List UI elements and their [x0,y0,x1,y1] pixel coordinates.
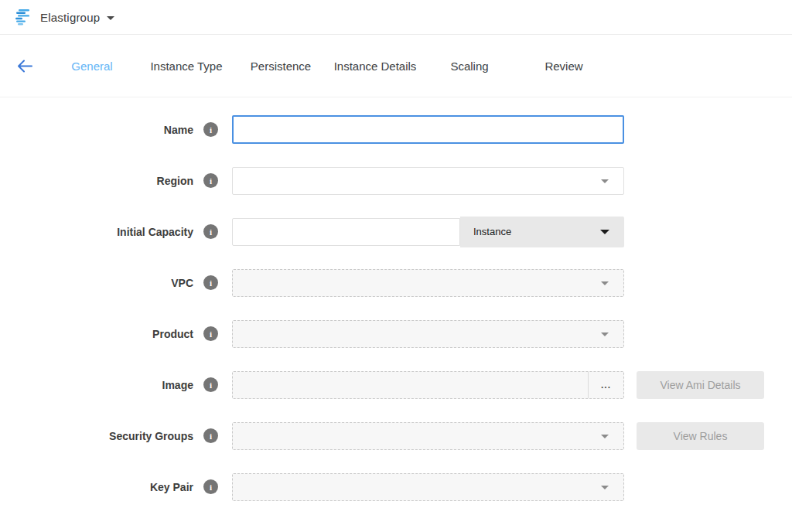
region-select[interactable] [232,167,624,195]
chevron-down-icon [601,179,609,183]
chevron-down-icon [601,486,609,489]
field-row-key-pair: Key Pair i [0,472,792,501]
info-icon[interactable]: i [203,173,218,188]
key-pair-select [232,473,624,501]
field-row-name: Name i [0,115,792,144]
chevron-down-icon [600,230,609,234]
app-header: Elastigroup [0,0,792,35]
info-icon[interactable]: i [203,479,218,494]
vpc-select [232,269,624,297]
tab-persistence[interactable]: Persistence [234,60,328,73]
vpc-label: VPC [0,277,193,289]
image-label: Image [0,379,193,391]
field-row-region: Region i [0,166,792,195]
tab-scaling[interactable]: Scaling [422,60,517,73]
initial-capacity-label: Initial Capacity [0,226,193,238]
view-ami-details-button[interactable]: View Ami Details [637,371,764,399]
chevron-down-icon [601,281,609,285]
info-icon[interactable]: i [203,275,218,290]
info-icon[interactable]: i [203,377,218,392]
app-title: Elastigroup [40,11,100,24]
name-label: Name [0,124,193,136]
browse-image-button: ... [588,372,623,398]
capacity-unit-select[interactable]: Instance [460,217,624,247]
tab-instance-type[interactable]: Instance Type [139,60,234,73]
initial-capacity-input[interactable] [232,218,460,246]
chevron-down-icon[interactable] [107,16,114,20]
chevron-down-icon [601,332,609,336]
elastigroup-logo-icon [12,8,33,26]
wizard-tabbar: General Instance Type Persistence Instan… [0,35,792,97]
field-row-image: Image i ... View Ami Details [0,370,792,399]
info-icon[interactable]: i [203,428,218,443]
security-groups-label: Security Groups [0,430,193,442]
field-row-product: Product i [0,319,792,348]
info-icon[interactable]: i [203,224,218,239]
product-select [232,320,624,348]
capacity-unit-value: Instance [473,226,511,237]
image-field: ... [232,371,624,399]
image-value [233,372,588,398]
key-pair-label: Key Pair [0,481,193,493]
info-icon[interactable]: i [203,326,218,341]
region-label: Region [0,175,193,187]
wizard-tabs: General Instance Type Persistence Instan… [45,60,611,73]
view-rules-button[interactable]: View Rules [637,422,764,450]
name-input[interactable] [232,115,624,144]
field-row-security-groups: Security Groups i View Rules [0,421,792,450]
field-row-vpc: VPC i [0,268,792,297]
tab-review[interactable]: Review [517,60,611,73]
tab-general[interactable]: General [45,60,139,73]
back-arrow-icon[interactable] [17,58,34,73]
info-icon[interactable]: i [203,122,218,137]
chevron-down-icon [601,435,609,438]
security-groups-select [232,422,624,450]
tab-instance-details[interactable]: Instance Details [328,60,422,73]
general-form: Name i Region i Initial Capacity i Insta… [0,97,792,501]
product-label: Product [0,328,193,340]
field-row-initial-capacity: Initial Capacity i Instance [0,217,792,246]
